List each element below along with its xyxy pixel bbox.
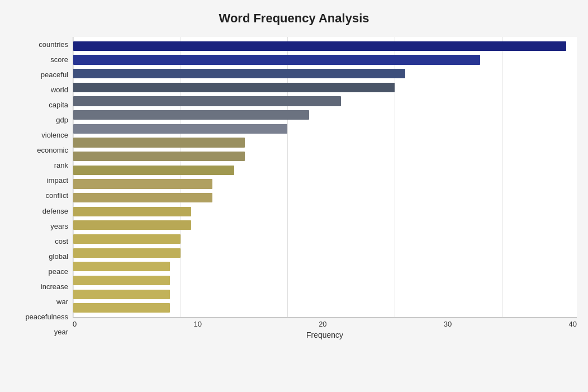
bar-row xyxy=(73,67,577,81)
chart-area: countriesscorepeacefulworldcapitagdpviol… xyxy=(11,37,577,339)
bar xyxy=(73,276,170,285)
bar-row xyxy=(73,53,577,67)
y-axis-label: war xyxy=(11,298,68,305)
bar xyxy=(73,124,287,134)
bar-row xyxy=(73,301,577,315)
bar-row xyxy=(73,177,577,191)
y-axis-label: peace xyxy=(11,268,68,275)
bar-row xyxy=(73,273,577,287)
bar xyxy=(73,234,181,244)
bars-inner xyxy=(73,37,577,317)
bar-row xyxy=(73,260,577,274)
bar-row xyxy=(73,287,577,301)
bar-row xyxy=(73,232,577,246)
bar xyxy=(73,193,212,202)
y-axis-label: global xyxy=(11,253,68,260)
x-axis-label: Frequency xyxy=(73,330,577,339)
bar xyxy=(73,152,245,161)
bar xyxy=(73,207,191,216)
x-tick: 20 xyxy=(319,320,326,328)
y-axis-label: violence xyxy=(11,131,68,139)
bar-row xyxy=(73,39,577,53)
bar xyxy=(73,303,170,313)
bar xyxy=(73,41,566,51)
y-axis-label: defense xyxy=(11,207,68,215)
bar-row xyxy=(73,205,577,219)
bar-row xyxy=(73,108,577,122)
x-tick: 30 xyxy=(444,320,452,328)
y-axis-label: capita xyxy=(11,101,68,108)
bar-row xyxy=(73,191,577,205)
y-axis-label: peaceful xyxy=(11,71,68,78)
x-axis: 010203040 xyxy=(73,318,577,328)
bar xyxy=(73,220,191,230)
bar xyxy=(73,290,170,299)
y-axis-label: years xyxy=(11,223,68,230)
y-axis-label: rank xyxy=(11,162,68,169)
bar-row xyxy=(73,163,577,177)
chart-title: Word Frequency Analysis xyxy=(11,11,577,26)
bar xyxy=(73,55,480,64)
x-tick: 0 xyxy=(73,320,77,328)
y-axis-label: impact xyxy=(11,177,68,184)
y-axis-label: peacefulness xyxy=(11,313,68,320)
chart-container: Word Frequency Analysis countriesscorepe… xyxy=(0,0,588,392)
bar xyxy=(73,179,212,188)
bar xyxy=(73,262,170,271)
y-axis-label: world xyxy=(11,86,68,93)
y-axis-label: gdp xyxy=(11,116,68,124)
bar-row xyxy=(73,122,577,136)
bar-row xyxy=(73,95,577,108)
bar xyxy=(73,69,405,78)
bar xyxy=(73,248,181,258)
x-tick: 10 xyxy=(193,320,201,328)
bars-and-x: 010203040 Frequency xyxy=(73,37,577,339)
x-tick: 40 xyxy=(569,320,577,328)
y-axis-label: countries xyxy=(11,41,68,48)
y-axis-label: increase xyxy=(11,283,68,290)
bar xyxy=(73,96,341,106)
bars-wrapper xyxy=(73,37,577,318)
y-axis: countriesscorepeacefulworldcapitagdpviol… xyxy=(11,37,73,339)
y-axis-label: cost xyxy=(11,238,68,245)
bar-row xyxy=(73,149,577,163)
bar-row xyxy=(73,246,577,260)
bar xyxy=(73,138,245,147)
bar-row xyxy=(73,136,577,150)
y-axis-label: score xyxy=(11,56,68,63)
bar xyxy=(73,166,234,175)
y-axis-label: economic xyxy=(11,147,68,154)
bar xyxy=(73,110,309,120)
y-axis-label: year xyxy=(11,328,68,336)
y-axis-label: conflict xyxy=(11,192,68,199)
bar-row xyxy=(73,81,577,95)
bar-row xyxy=(73,219,577,233)
bar xyxy=(73,83,395,92)
